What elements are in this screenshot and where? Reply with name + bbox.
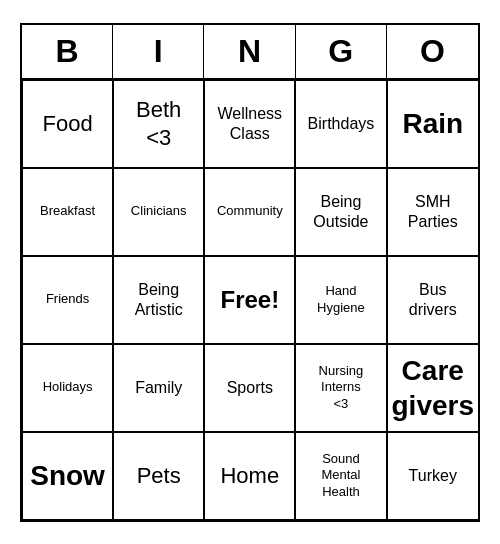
bingo-header-letter: N <box>204 25 295 78</box>
bingo-header: BINGO <box>22 25 478 80</box>
bingo-cell: BeingOutside <box>295 168 386 256</box>
bingo-cell: Holidays <box>22 344 113 432</box>
bingo-cell: Beth<3 <box>113 80 204 168</box>
bingo-cell: Community <box>204 168 295 256</box>
bingo-cell: SoundMentalHealth <box>295 432 386 520</box>
bingo-cell: Caregivers <box>387 344 479 432</box>
bingo-cell: Clinicians <box>113 168 204 256</box>
bingo-cell: HandHygiene <box>295 256 386 344</box>
bingo-grid: FoodBeth<3WellnessClassBirthdaysRainBrea… <box>22 80 478 520</box>
bingo-cell: Friends <box>22 256 113 344</box>
bingo-header-letter: G <box>296 25 387 78</box>
bingo-cell: Breakfast <box>22 168 113 256</box>
bingo-cell: Free! <box>204 256 295 344</box>
bingo-cell: Snow <box>22 432 113 520</box>
bingo-cell: Busdrivers <box>387 256 479 344</box>
bingo-cell: Pets <box>113 432 204 520</box>
bingo-cell: Rain <box>387 80 479 168</box>
bingo-cell: Family <box>113 344 204 432</box>
bingo-cell: Turkey <box>387 432 479 520</box>
bingo-header-letter: I <box>113 25 204 78</box>
bingo-card: BINGO FoodBeth<3WellnessClassBirthdaysRa… <box>20 23 480 522</box>
bingo-cell: Birthdays <box>295 80 386 168</box>
bingo-header-letter: B <box>22 25 113 78</box>
bingo-cell: Home <box>204 432 295 520</box>
bingo-cell: BeingArtistic <box>113 256 204 344</box>
bingo-cell: NursingInterns<3 <box>295 344 386 432</box>
bingo-cell: WellnessClass <box>204 80 295 168</box>
bingo-cell: Sports <box>204 344 295 432</box>
bingo-cell: Food <box>22 80 113 168</box>
bingo-header-letter: O <box>387 25 478 78</box>
bingo-cell: SMHParties <box>387 168 479 256</box>
